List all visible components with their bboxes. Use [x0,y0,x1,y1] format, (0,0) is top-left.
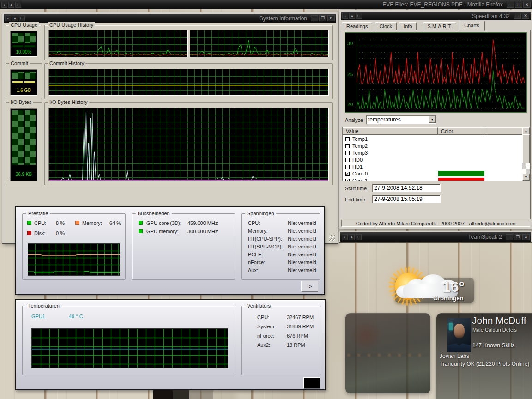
checkbox[interactable] [345,144,350,148]
cpu-legend-swatch [27,221,31,225]
portrait-collar [447,342,471,352]
temperature-chart: 30 25 20 [345,32,527,113]
shade-icon[interactable]: ⊢ [356,13,362,19]
gpu1-sensor-label: GPU1 [31,314,45,319]
sensor-row-hd1[interactable]: HD1 [343,163,522,170]
rollup-icon[interactable]: ▲ [349,234,355,240]
voltage-label: PCI-E: [248,252,263,257]
maximize-button[interactable]: ❐ [515,2,522,8]
column-header-value[interactable]: Value [343,127,438,135]
bus-speeds-group: Bussnelheden GPU core (3D): 459.000 MHz … [132,213,235,280]
checkbox[interactable] [345,158,350,162]
cpu-history-graph-core0 [49,30,187,57]
fan-label: CPU: [257,314,269,320]
io-bytes-group: I/O Bytes 26.9 KB [6,102,42,185]
close-button[interactable]: ✕ [522,234,530,240]
commit-value: 1.6 GB [11,88,37,93]
shade-icon[interactable]: ⊢ [19,15,25,21]
voltage-value: Niet vermeld [288,260,316,265]
gpu-memory-value: 300.000 MHz [187,229,218,234]
gpu1-sensor-value: 49 ° C [69,314,83,319]
sensor-label: HD0 [352,157,363,163]
minimize-button[interactable]: — [311,15,318,21]
analyze-combobox[interactable]: temperatures ▼ [366,115,436,124]
temperatures-group: Temperaturen GPU1 49 ° C [22,306,236,375]
sensor-label: Temp1 [352,136,368,142]
sensor-label: Temp2 [352,143,368,149]
sensor-label: Temp3 [352,150,368,156]
voltage-label: HT(CPU-SPP): [248,236,282,242]
rollup-icon[interactable]: ▲ [12,15,18,21]
resize-grip[interactable] [329,235,335,241]
scroll-thumb[interactable] [522,134,530,163]
ytick-20: 20 [347,102,353,107]
close-button[interactable]: ✕ [522,13,529,19]
tab-charts[interactable]: Charts [459,21,484,31]
end-time-field[interactable]: 27-9-2008 15:05:19 [372,195,441,203]
scroll-down-button[interactable]: ▼ [522,174,530,181]
checkbox[interactable] [345,151,350,155]
io-history-graph [49,108,328,181]
window-menu-icon[interactable]: ▪ [1,2,7,8]
fan-value: 32467 RPM [287,314,314,320]
sensor-row-temp2[interactable]: Temp2 [343,143,522,150]
desktop: ▪ ▲ ⊢ EVE Files: EVE_REGIONS.PDF - Mozil… [0,0,532,399]
shade-icon[interactable]: ⊢ [15,2,21,8]
sensor-row-hd0[interactable]: HD0 [343,157,522,163]
window-menu-icon[interactable]: ▪ [342,234,348,240]
sensor-row-core0[interactable]: Core 0 [343,170,522,177]
fan-label: System: [257,324,276,329]
commit-group: Commit 1.6 GB [6,63,42,99]
checkbox[interactable] [345,172,350,176]
color-swatch[interactable] [438,178,484,181]
tray-preview-box[interactable] [303,377,320,389]
firefox-window-title: EVE Files: EVE_REGIONS.PDF - Mozilla Fir… [382,1,503,8]
sensor-row-core1[interactable]: Core 1 [343,177,522,181]
speedfan-titlebar: ▪ ▲ ⊢ SpeedFan 4.32 — ✕ [341,12,531,20]
close-button[interactable]: ✕ [523,2,531,8]
cpu-legend-value: 8 % [56,220,65,226]
shade-icon[interactable]: ⊢ [356,234,362,240]
voltages-label: Spanningen [245,211,276,216]
voltage-value: Niet vermeld [288,267,316,273]
commit-history-graph [49,69,328,95]
fans-label: Ventilators [245,303,272,308]
portrait-face [454,324,465,338]
checkbox[interactable] [345,137,350,141]
io-history-label: I/O Bytes History [48,99,89,105]
scroll-up-button[interactable]: ▲ [522,127,530,134]
next-page-button[interactable]: -> [301,281,318,292]
performance-label: Prestatie [26,211,50,216]
window-title: System Information [260,15,307,22]
start-time-field[interactable]: 27-9-2008 14:52:18 [372,184,441,192]
blur-band [347,354,429,357]
minimize-button[interactable]: — [514,13,521,19]
blurred-widget-panel[interactable] [345,313,430,393]
cpu-usage-gauge: 10.00% [10,31,37,57]
combo-dropdown-button[interactable]: ▼ [429,116,436,123]
window-menu-icon[interactable]: ▪ [5,15,11,21]
commit-history-label: Commit History [48,60,85,66]
rollup-icon[interactable]: ▲ [8,2,14,8]
fans-group: Ventilators CPU: 32467 RPM System: 31889… [241,306,321,375]
checkbox[interactable] [345,165,350,169]
minimize-button[interactable]: — [506,234,513,240]
minimize-button[interactable]: — [507,2,514,8]
cpu-history-label: CPU Usage History [48,22,95,28]
sensor-row-temp1[interactable]: Temp1 [343,136,522,143]
window-menu-icon[interactable]: ▪ [342,13,348,19]
voltages-group: Spanningen CPU: Niet vermeld Memory: Nie… [241,213,320,280]
close-button[interactable]: ✕ [327,15,335,21]
maximize-button[interactable]: ❐ [319,15,326,21]
list-scrollbar[interactable]: ▲ ▼ [522,127,530,181]
color-swatch[interactable] [438,171,484,176]
voltage-label: Memory: [248,228,268,234]
maximize-button[interactable]: ❐ [514,234,521,240]
sensor-row-temp3[interactable]: Temp3 [343,150,522,157]
checkbox[interactable] [345,179,350,181]
column-header-blank[interactable] [484,127,522,135]
column-header-color[interactable]: Color [438,127,484,135]
eve-character-widget[interactable]: John McDuff Male Caldari Deteis 147 Know… [436,313,532,399]
voltage-label: Aux: [248,267,258,273]
rollup-icon[interactable]: ▲ [349,13,355,19]
